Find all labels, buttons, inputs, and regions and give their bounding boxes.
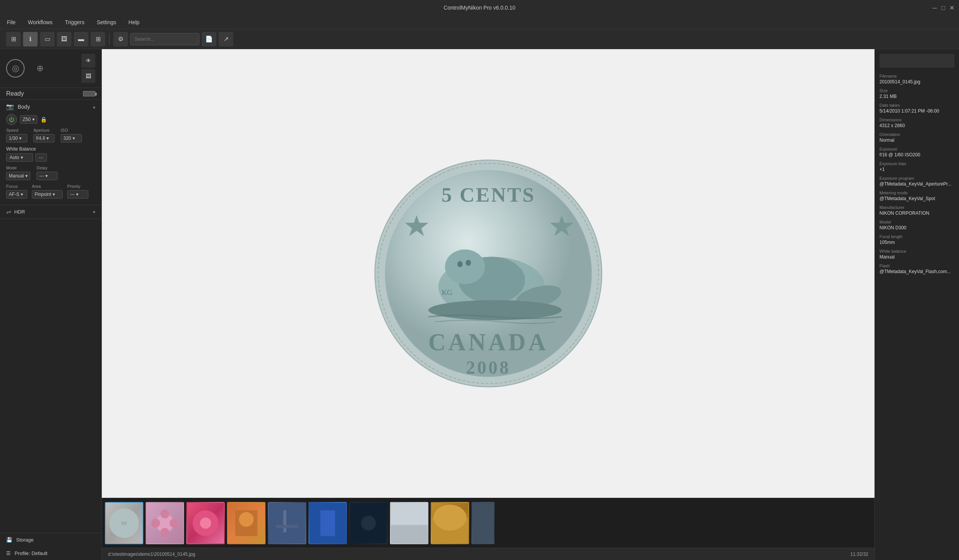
thumb-4[interactable] [227, 502, 265, 544]
manufacturer-row: Manufacturer NIKON CORPORATION [879, 205, 954, 216]
focus-dropdown[interactable]: AF-S [6, 190, 27, 199]
wb-dropdown[interactable]: Auto [6, 153, 33, 162]
sidebar-icon-image[interactable]: 🖼 [81, 69, 95, 83]
wb-row: White balance Manual [879, 249, 954, 260]
lock-icon[interactable]: 🔒 [40, 116, 47, 123]
thumb-6[interactable] [309, 502, 347, 544]
thumb-10[interactable] [471, 502, 494, 544]
wb-row: Auto ··· [6, 153, 95, 162]
filename-key: Filename [879, 74, 954, 78]
filename-val: 20100514_0145.jpg [879, 79, 954, 84]
toolbar: ⊞ ℹ ▭ 🖼 ▬ ⊞ ⚙ 📄 ↗ [0, 29, 959, 49]
body-header: 📷 Body [6, 103, 95, 110]
svg-point-22 [160, 509, 169, 518]
speed-chevron [19, 136, 22, 141]
area-chevron [53, 192, 55, 197]
left-sidebar: ◎ ⊕ 👁 🖼 Ready 📷 Body ⏻ [0, 49, 102, 560]
iso-label: ISO [61, 128, 82, 133]
menu-settings[interactable]: Settings [95, 18, 119, 27]
area-dropdown[interactable]: Pinpoint [32, 190, 63, 199]
priority-col: Priority --- [67, 184, 88, 199]
priority-dropdown[interactable]: --- [67, 190, 88, 199]
minimize-button[interactable]: ─ [932, 5, 937, 10]
svg-rect-30 [269, 503, 305, 543]
search-input[interactable] [130, 33, 199, 45]
focus-area-priority: Focus AF-S Area Pinpoint Priority [6, 184, 95, 199]
ready-label: Ready [6, 90, 24, 97]
exposure-val: f/16 @ 1/60 ISO200 [879, 152, 954, 157]
delay-label: Delay [37, 166, 58, 170]
thumb-7[interactable] [349, 502, 388, 544]
svg-point-27 [200, 517, 211, 529]
toolbar-image-btn[interactable]: 🖼 [57, 32, 71, 46]
aperture-label: Aperture [33, 128, 55, 133]
menu-workflows[interactable]: Workflows [26, 18, 55, 27]
close-button[interactable]: ✕ [949, 5, 954, 10]
delay-dropdown[interactable]: --- [37, 172, 58, 180]
thumb-3[interactable] [186, 502, 225, 544]
delay-chevron [45, 173, 48, 179]
mode-dropdown[interactable]: Manual [6, 172, 30, 180]
toolbar-share-btn[interactable]: ↗ [219, 32, 233, 46]
priority-label: Priority [67, 184, 88, 189]
thumb-8[interactable] [390, 502, 428, 544]
toolbar-capture-btn[interactable]: ⊞ [6, 32, 21, 46]
storage-item[interactable]: 💾 Storage [0, 533, 101, 547]
maximize-button[interactable]: □ [941, 5, 946, 10]
svg-text:2008: 2008 [466, 357, 510, 378]
wb-options-button[interactable]: ··· [35, 153, 47, 162]
image-viewer: 5 CENTS [102, 49, 874, 498]
manufacturer-val: NIKON CORPORATION [879, 210, 954, 216]
toolbar-grid-btn[interactable]: ⊞ [91, 32, 105, 46]
exposure-params: Speed 1/30 Aperture f/4.8 ISO [6, 128, 95, 142]
toolbar-info-btn[interactable]: ℹ [23, 32, 38, 46]
focus-label: Focus [6, 184, 27, 189]
exposure-row: Exposure f/16 @ 1/60 ISO200 [879, 147, 954, 157]
focal-row: Focal length 105mm [879, 234, 954, 245]
metering-key: Metering mode [879, 191, 954, 195]
menu-help[interactable]: Help [126, 18, 142, 27]
power-button[interactable]: ⏻ [6, 114, 17, 125]
toolbar-crop-btn[interactable]: ▭ [40, 32, 55, 46]
menu-triggers[interactable]: Triggers [63, 18, 87, 27]
toolbar-file-btn[interactable]: 📄 [202, 32, 216, 46]
sidebar-bottom: 💾 Storage ☰ Profile: Default [0, 533, 101, 560]
sidebar-icon-eye[interactable]: 👁 [81, 54, 95, 68]
svg-point-36 [361, 515, 376, 530]
exp-bias-row: Exposure bias +1 [879, 161, 954, 172]
dimensions-val: 4312 x 2860 [879, 123, 954, 128]
title-bar-title: ControlMyNikon Pro v6.0.0.10 [444, 5, 516, 11]
aperture-dropdown[interactable]: f/4.8 [33, 134, 55, 142]
camera-icon: 📷 [6, 103, 14, 110]
filename-row: Filename 20100514_0145.jpg [879, 74, 954, 84]
svg-point-40 [433, 505, 466, 530]
toolbar-settings-btn[interactable]: ⚙ [113, 32, 128, 46]
speed-label: Speed [6, 128, 27, 133]
delay-col: Delay --- [37, 166, 58, 180]
menu-file[interactable]: File [5, 18, 18, 27]
status-bar: d:\xtestimages\demo1\20100514_0145.jpg 1… [102, 548, 874, 560]
thumb-1[interactable]: 5¢ [105, 502, 143, 544]
speed-dropdown[interactable]: 1/30 [6, 134, 27, 142]
thumb-5[interactable] [268, 502, 306, 544]
model-chevron [32, 117, 35, 122]
iso-dropdown[interactable]: 320 [61, 134, 82, 142]
body-collapse-icon[interactable] [93, 104, 95, 109]
area-col: Area Pinpoint [32, 184, 63, 199]
camera-model-dropdown[interactable]: Z50 [20, 115, 37, 124]
thumb-2[interactable] [146, 502, 184, 544]
menu-bar: File Workflows Triggers Settings Help [0, 15, 959, 29]
power-row: ⏻ Z50 🔒 [6, 114, 95, 125]
thumb-9[interactable] [431, 502, 469, 544]
right-panel: Filename 20100514_0145.jpg Size 2.31 MB … [874, 49, 959, 560]
toolbar-strip-btn[interactable]: ▬ [74, 32, 88, 46]
hdr-expand-icon[interactable] [93, 209, 95, 215]
svg-rect-31 [283, 510, 286, 532]
svg-point-24 [151, 519, 160, 527]
exp-prog-key: Exposure program [879, 176, 954, 181]
svg-point-10 [465, 260, 471, 266]
svg-text:5 CENTS: 5 CENTS [441, 183, 535, 206]
target-icon: ⊕ [31, 59, 49, 78]
wb-chevron [21, 155, 23, 160]
profile-item[interactable]: ☰ Profile: Default [0, 547, 101, 560]
